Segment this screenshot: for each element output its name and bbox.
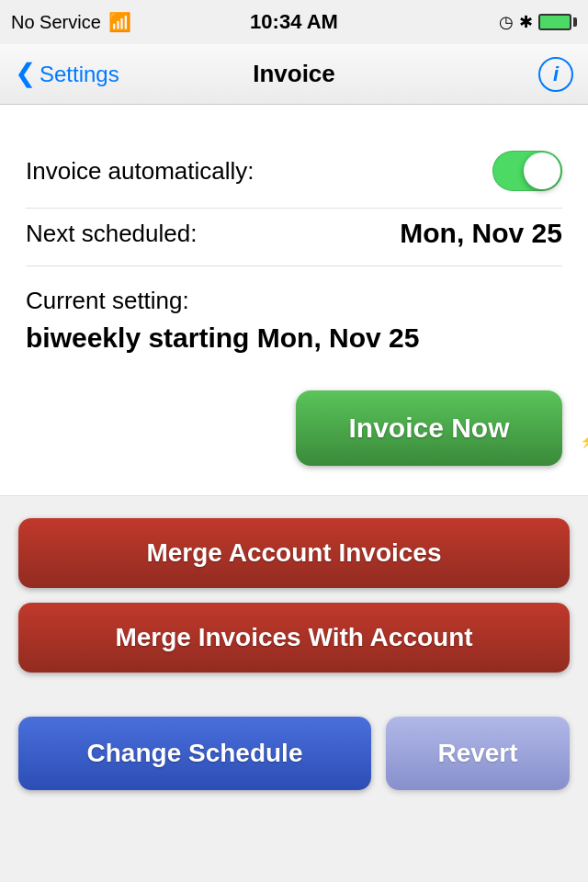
battery-icon: ⚡	[538, 14, 577, 30]
nav-title: Invoice	[253, 60, 335, 88]
change-schedule-button[interactable]: Change Schedule	[18, 717, 371, 790]
next-scheduled-label: Next scheduled:	[26, 220, 400, 248]
bluetooth-icon: ✱	[519, 12, 533, 32]
carrier-text: No Service	[11, 12, 101, 33]
back-arrow-icon: ❮	[15, 61, 36, 86]
battery-cap	[573, 17, 577, 27]
battery-bolt: ⚡	[580, 434, 588, 448]
info-icon: i	[553, 62, 559, 86]
nav-bar: ❮ Settings Invoice i	[0, 44, 588, 105]
toggle-thumb	[524, 153, 560, 189]
revert-button[interactable]: Revert	[386, 717, 570, 790]
current-setting-section: Current setting: biweekly starting Mon, …	[26, 266, 562, 363]
invoice-automatically-row: Invoice automatically:	[26, 134, 562, 208]
bottom-buttons-section: Change Schedule Revert	[0, 695, 588, 812]
alarm-icon: ◷	[499, 12, 514, 32]
battery-body	[538, 14, 571, 30]
merge-account-invoices-button[interactable]: Merge Account Invoices	[18, 518, 570, 588]
invoice-now-area: Invoice Now	[0, 363, 588, 496]
status-bar: No Service 📶 10:34 AM ◷ ✱ ⚡	[0, 0, 588, 44]
info-button[interactable]: i	[538, 57, 573, 92]
content-area: Invoice automatically: Next scheduled: M…	[0, 105, 588, 363]
wifi-icon: 📶	[108, 11, 131, 33]
back-button[interactable]: ❮ Settings	[15, 62, 119, 87]
red-buttons-section: Merge Account Invoices Merge Invoices Wi…	[0, 496, 588, 695]
status-right: ◷ ✱ ⚡	[499, 12, 577, 32]
current-setting-value: biweekly starting Mon, Nov 25	[26, 322, 562, 354]
merge-invoices-with-account-button[interactable]: Merge Invoices With Account	[18, 603, 570, 673]
back-label: Settings	[40, 62, 119, 87]
status-time: 10:34 AM	[250, 10, 338, 34]
invoice-now-button[interactable]: Invoice Now	[296, 390, 562, 466]
status-left: No Service 📶	[11, 11, 131, 33]
next-scheduled-row: Next scheduled: Mon, Nov 25	[26, 209, 562, 266]
current-setting-label: Current setting:	[26, 287, 562, 315]
next-scheduled-value: Mon, Nov 25	[400, 218, 562, 249]
invoice-automatically-toggle[interactable]	[492, 151, 562, 191]
invoice-automatically-label: Invoice automatically:	[26, 157, 254, 186]
